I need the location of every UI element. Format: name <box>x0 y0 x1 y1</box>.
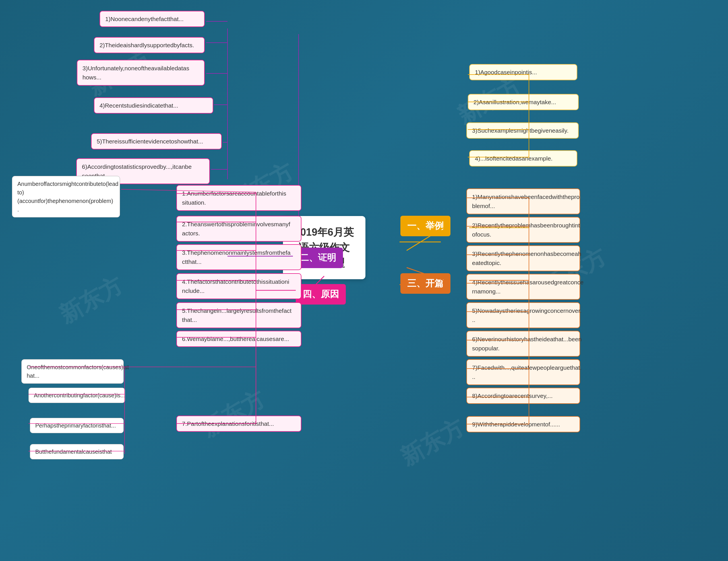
yuanyin-leaf-2: 2.Theanswertothisprobleminvolvesmanyfact… <box>176 216 301 242</box>
watermark-7: 新东方 <box>395 412 470 473</box>
zhengming-leaf-5: 5)Thereissufficientevidencetoshowthat... <box>91 133 222 149</box>
zhengming-leaf-3: 3)Unfortunately,noneoftheavailabledatash… <box>77 60 205 86</box>
branch-举例: 一、举例 <box>400 216 450 236</box>
开篇-leaf-6: 6)Neverinourhistoryhastheideathat...been… <box>466 331 580 357</box>
开篇-leaf-3: 3)Recentlythephenomenonhasbecomeaheatedt… <box>466 245 580 271</box>
watermark-3: 新东方 <box>54 269 128 331</box>
开篇-leaf-5: 5)Nowadaystheriesagrowingconcernover... <box>466 302 580 328</box>
yuanyin-leaf-4: 4.Thefactorsthatcontributetothissituatio… <box>176 273 301 299</box>
zhengming-leaf-4: 4)Recentstudiesindicatethat... <box>94 97 213 113</box>
举例-leaf-3: 3)Suchexamplesmightbegiveneasily. <box>466 122 579 139</box>
zhengming-leaf-1: 1)Noonecandenythefactthat... <box>100 11 205 27</box>
yuanyin-leaf-1: 1.Anumberfactorsareaccountableforthissit… <box>176 185 301 211</box>
watermark-4: 新东方 <box>196 383 270 444</box>
举例-leaf-4: 4)...isoftencitedasanexample. <box>469 150 577 166</box>
yuanyin-leaf-7: 7.Partoftheexplanationsforitisthat... <box>176 416 301 432</box>
开篇-leaf-8: 8)Accordingtoarecentsurvey,... <box>466 388 580 404</box>
举例-leaf-1: 1)Agoodcaseinpointis... <box>469 64 577 80</box>
zhengming-leaf-2: 2)Theideaishardlysupportedbyfacts. <box>94 37 205 53</box>
yuanyin-sub-4: Perhapstheprimaryfactoristhat... <box>30 418 124 433</box>
开篇-leaf-4: 4)Recentlytheissuehasarousedgreatconcern… <box>466 274 580 300</box>
开篇-leaf-7: 7)Facedwith...,quiteafewpeoplearguethat.… <box>466 359 580 385</box>
举例-leaf-2: 2)Asanillustration,wemaytake... <box>468 94 579 110</box>
开篇-leaf-2: 2)Recentlytheproblemhasbeenbroughtintofo… <box>466 217 580 243</box>
yuanyin-sub-5: Butthefundamentalcauseisthat <box>30 444 124 459</box>
branch-yuanyin: 四、原因 <box>296 284 346 305</box>
yuanyin-leaf-5: 5.Thechangein...largelyresultsfromthefac… <box>176 302 301 328</box>
yuanyin-sub-2: Oneofthemostcommonfactors(causes)isthat.… <box>21 359 124 384</box>
yuanyin-sub-1: Anumberoffactorsmightcontributeto(leadto… <box>12 176 120 217</box>
branch-开篇: 三、开篇 <box>400 273 450 294</box>
yuanyin-leaf-6: 6.Wemayblame...,buttherealcausesare... <box>176 331 301 347</box>
开篇-leaf-1: 1)Manynationshavebeenfacedwiththeproblem… <box>466 188 580 214</box>
yuanyin-sub-3: Anothercontributingfactor(cause)is... <box>28 388 125 403</box>
开篇-leaf-9: 9)Withtherapiddevelopmentof...... <box>466 416 580 432</box>
yuanyin-leaf-3: 3.Thephenomenonmainlystemsfromthefacttha… <box>176 244 301 270</box>
